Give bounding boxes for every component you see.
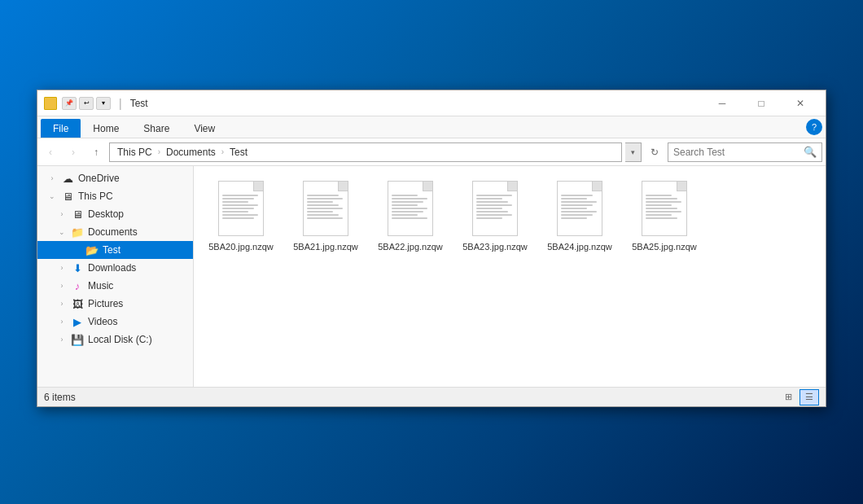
search-icon[interactable]: 🔍 bbox=[804, 146, 817, 158]
address-path[interactable]: This PC › Documents › Test bbox=[109, 142, 622, 162]
file-icon bbox=[300, 179, 352, 238]
page-line bbox=[476, 208, 502, 209]
expand-arrow-documents[interactable]: ⌄ bbox=[54, 223, 70, 241]
page-line bbox=[646, 195, 672, 196]
sidebar-item-test[interactable]: 📂 Test bbox=[37, 241, 193, 259]
view-controls: ⊞ ☰ bbox=[778, 389, 819, 405]
path-documents[interactable]: Documents bbox=[164, 146, 218, 159]
page-line bbox=[392, 195, 418, 196]
close-button[interactable]: ✕ bbox=[782, 91, 819, 116]
qs-pin-btn[interactable]: 📌 bbox=[62, 97, 77, 110]
tab-view[interactable]: View bbox=[182, 119, 227, 138]
page-line bbox=[222, 208, 254, 209]
music-icon: ♪ bbox=[70, 278, 85, 293]
downloads-icon: ⬇ bbox=[70, 261, 85, 275]
page-line bbox=[392, 198, 427, 199]
sidebar-item-desktop[interactable]: › 🖥 Desktop bbox=[37, 205, 193, 223]
page-lines bbox=[219, 193, 263, 221]
view-icons-btn[interactable]: ☰ bbox=[799, 389, 819, 405]
back-button[interactable]: ‹ bbox=[41, 142, 60, 162]
up-button[interactable]: ↑ bbox=[86, 142, 106, 162]
file-icon bbox=[469, 179, 521, 238]
file-icon bbox=[384, 179, 436, 238]
maximize-button[interactable]: □ bbox=[743, 91, 780, 116]
page-line bbox=[476, 211, 508, 213]
ribbon-tab-bar: File Home Share View ? bbox=[37, 116, 826, 138]
sidebar-item-videos[interactable]: › ▶ Videos bbox=[37, 313, 193, 331]
page-line bbox=[476, 195, 512, 196]
file-icon bbox=[554, 179, 606, 238]
file-item[interactable]: 5BA21.jpg.nzqw bbox=[285, 173, 366, 259]
page-line bbox=[392, 208, 427, 209]
page-line bbox=[307, 214, 339, 216]
file-name: 5BA24.jpg.nzqw bbox=[547, 241, 612, 252]
expand-arrow-music[interactable]: › bbox=[54, 277, 70, 295]
sidebar-item-localdisk[interactable]: › 💾 Local Disk (C:) bbox=[37, 331, 193, 348]
page-line bbox=[307, 217, 343, 219]
qs-undo-btn[interactable]: ↩ bbox=[79, 97, 94, 110]
sidebar-item-documents[interactable]: ⌄ 📁 Documents bbox=[37, 223, 193, 241]
qs-dropdown-btn[interactable]: ▾ bbox=[96, 97, 111, 110]
sidebar-item-downloads[interactable]: › ⬇ Downloads bbox=[37, 259, 193, 277]
tab-home[interactable]: Home bbox=[81, 119, 131, 138]
path-test[interactable]: Test bbox=[227, 146, 250, 159]
path-thispc[interactable]: This PC bbox=[115, 146, 155, 159]
search-input[interactable] bbox=[673, 147, 804, 158]
file-item[interactable]: 5BA24.jpg.nzqw bbox=[539, 173, 620, 259]
page-corner bbox=[253, 182, 263, 191]
sidebar-label-documents: Documents bbox=[88, 226, 138, 238]
page-corner bbox=[338, 182, 348, 191]
sidebar-item-music[interactable]: › ♪ Music bbox=[37, 277, 193, 295]
ribbon: File Home Share View ? bbox=[37, 116, 826, 138]
page-line bbox=[392, 211, 423, 213]
page-line bbox=[646, 214, 672, 216]
tab-share[interactable]: Share bbox=[131, 119, 182, 138]
page-corner bbox=[423, 182, 432, 191]
page-lines bbox=[642, 193, 686, 221]
sidebar-item-onedrive[interactable]: › ☁ OneDrive bbox=[37, 169, 193, 187]
file-item[interactable]: 5BA22.jpg.nzqw bbox=[370, 173, 451, 259]
page-line bbox=[561, 204, 593, 206]
page-line bbox=[561, 214, 593, 216]
page-line bbox=[222, 217, 254, 219]
address-dropdown-btn[interactable]: ▾ bbox=[625, 142, 642, 162]
expand-arrow-desktop[interactable]: › bbox=[54, 205, 70, 223]
page-line bbox=[646, 217, 677, 219]
page-line bbox=[646, 211, 681, 213]
sidebar-item-pictures[interactable]: › 🖼 Pictures bbox=[37, 295, 193, 313]
file-item[interactable]: 5BA20.jpg.nzqw bbox=[200, 173, 282, 259]
sidebar-item-thispc[interactable]: ⌄ 🖥 This PC bbox=[37, 187, 193, 205]
expand-arrow-downloads[interactable]: › bbox=[54, 259, 70, 277]
view-details-btn[interactable]: ⊞ bbox=[778, 389, 798, 405]
help-button[interactable]: ? bbox=[806, 119, 822, 135]
page-line bbox=[222, 211, 248, 213]
expand-arrow-videos[interactable]: › bbox=[54, 313, 70, 331]
search-box[interactable]: 🔍 bbox=[668, 142, 822, 162]
page-lines bbox=[558, 193, 602, 221]
sidebar-label-music: Music bbox=[88, 280, 113, 291]
localdisk-icon: 💾 bbox=[70, 332, 85, 347]
refresh-button[interactable]: ↻ bbox=[645, 142, 664, 162]
expand-arrow-onedrive[interactable]: › bbox=[44, 169, 60, 187]
page-line bbox=[561, 198, 587, 199]
page-lines bbox=[473, 193, 517, 221]
file-item[interactable]: 5BA23.jpg.nzqw bbox=[454, 173, 536, 259]
onedrive-icon: ☁ bbox=[60, 171, 75, 186]
file-item[interactable]: 5BA25.jpg.nzqw bbox=[624, 173, 705, 259]
expand-arrow-thispc[interactable]: ⌄ bbox=[44, 187, 60, 205]
forward-button[interactable]: › bbox=[64, 142, 83, 162]
sidebar-label-videos: Videos bbox=[88, 316, 117, 327]
videos-icon: ▶ bbox=[70, 314, 85, 329]
pictures-icon: 🖼 bbox=[70, 296, 85, 311]
file-name: 5BA20.jpg.nzqw bbox=[208, 241, 274, 252]
page-line bbox=[646, 208, 677, 209]
sidebar: › ☁ OneDrive ⌄ 🖥 This PC › 🖥 Desktop ⌄ 📁… bbox=[37, 166, 194, 387]
tab-file[interactable]: File bbox=[41, 119, 81, 138]
page-line bbox=[646, 204, 672, 206]
expand-arrow-pictures[interactable]: › bbox=[54, 295, 70, 313]
page-line bbox=[646, 201, 681, 203]
title-separator: | bbox=[119, 97, 122, 110]
item-count: 6 items bbox=[44, 392, 76, 403]
minimize-button[interactable]: ─ bbox=[703, 91, 741, 116]
expand-arrow-localdisk[interactable]: › bbox=[54, 331, 70, 348]
